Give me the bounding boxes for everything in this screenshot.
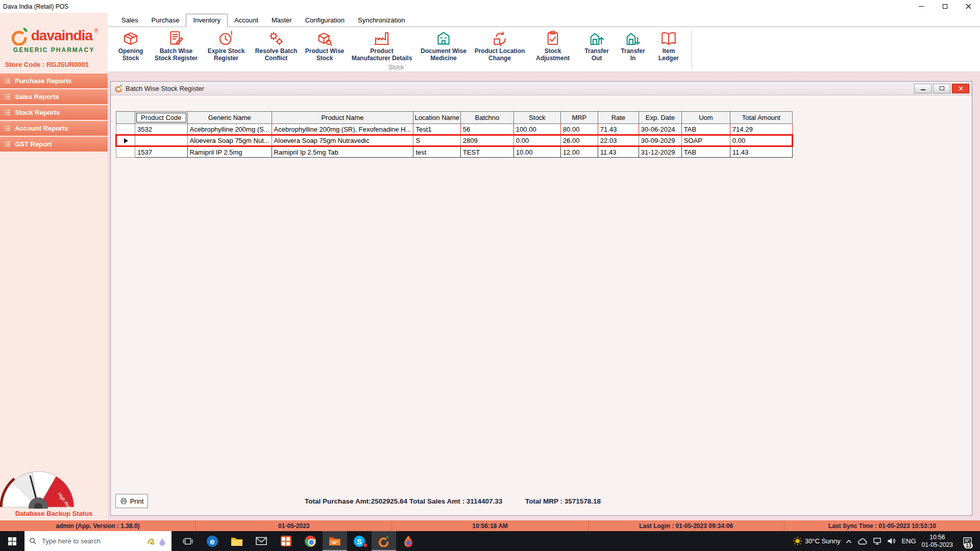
network-icon[interactable] — [873, 537, 881, 545]
folder-app-button[interactable] — [323, 531, 347, 551]
tab-inventory[interactable]: Inventory — [186, 14, 227, 27]
sidebar-item-purchase-reports[interactable]: Purchase Reports — [0, 73, 108, 88]
dava-pos-app-button[interactable] — [372, 531, 396, 551]
cell-exp-date[interactable]: 30-09-2029 — [639, 135, 681, 146]
taskbar-search[interactable] — [24, 531, 172, 551]
tab-master[interactable]: Master — [265, 14, 299, 26]
cell-product-name[interactable]: Acebrophylline 200mg (SR), Fexofenadine … — [272, 124, 413, 135]
language-indicator[interactable]: ENG — [901, 537, 916, 545]
cell-total-amount[interactable]: 11.43 — [730, 146, 792, 158]
weather-widget[interactable]: 30°C Sunny — [793, 537, 841, 545]
print-button[interactable]: Print — [115, 494, 148, 508]
cell-location-name[interactable]: S — [413, 135, 460, 146]
cell-product-code[interactable]: 53 — [135, 135, 188, 146]
cell-uom[interactable]: TAB — [681, 124, 730, 135]
sidebar-item-sales-reports[interactable]: Sales Reports — [0, 89, 108, 104]
sidebar-item-account-reports[interactable]: Account Reports — [0, 121, 108, 136]
cell-location-name[interactable]: test — [413, 146, 460, 158]
tab-sales[interactable]: Sales — [115, 14, 145, 26]
col-header-total-amount[interactable]: Total Amount — [730, 112, 792, 124]
file-explorer-button[interactable] — [225, 531, 249, 551]
chrome-button[interactable] — [298, 531, 323, 551]
stock-adjustment-button[interactable]: Stock Adjustment — [530, 30, 575, 64]
close-button[interactable] — [957, 0, 980, 13]
product-wise-stock-button[interactable]: Product Wise Stock — [304, 30, 346, 64]
opening-stock-button[interactable]: Opening Stock — [113, 30, 149, 64]
cell-batchno[interactable]: TEST — [460, 146, 513, 158]
cell-exp-date[interactable]: 31-12-2029 — [639, 146, 681, 158]
cell-rate[interactable]: 71.43 — [598, 124, 639, 135]
batch-wise-stock-register-button[interactable]: Batch Wise Stock Register — [154, 30, 199, 64]
tab-account[interactable]: Account — [228, 14, 265, 26]
cell-total-amount[interactable]: 714.29 — [730, 124, 792, 135]
mail-button[interactable] — [249, 531, 274, 551]
transfer-out-button[interactable]: Transfer Out — [580, 30, 613, 64]
cell-generic-name[interactable]: Ramipril IP 2.5mg — [187, 146, 272, 158]
col-header-generic-name[interactable]: Generic Name — [187, 112, 272, 124]
skype-button[interactable]: S — [347, 531, 372, 551]
cell-batchno[interactable]: 56 — [460, 124, 513, 135]
child-close-button[interactable] — [952, 84, 969, 93]
cell-uom[interactable]: SOAP — [681, 135, 730, 146]
product-manufacturer-details-button[interactable]: Product Manufacturer Details — [351, 30, 413, 64]
cell-rate[interactable]: 22.03 — [598, 135, 639, 146]
volume-icon[interactable] — [887, 537, 896, 545]
col-header-exp-date[interactable]: Exp. Date — [639, 112, 681, 124]
tab-configuration[interactable]: Configuration — [299, 14, 351, 26]
maximize-button[interactable] — [933, 0, 957, 13]
tab-synchronization[interactable]: Synchronization — [351, 14, 412, 26]
col-header-uom[interactable]: Uom — [681, 112, 730, 124]
cell-product-code[interactable]: 3532 — [135, 124, 188, 135]
cell-location-name[interactable]: Test1 — [413, 124, 460, 135]
child-minimize-button[interactable] — [914, 84, 932, 93]
orange-grid-app-button[interactable] — [274, 531, 298, 551]
row-selector[interactable] — [116, 124, 135, 135]
product-location-change-button[interactable]: Product Location Change — [474, 30, 525, 64]
minimize-button[interactable] — [910, 0, 933, 13]
start-button[interactable] — [0, 531, 24, 551]
cell-rate[interactable]: 11.43 — [598, 146, 639, 158]
cell-mrp[interactable]: 12.00 — [560, 146, 598, 158]
tab-purchase[interactable]: Purchase — [145, 14, 186, 26]
cell-generic-name[interactable]: Aloevera Soap 75gm Nut... — [187, 135, 272, 146]
cell-total-amount[interactable]: 0.00 — [730, 135, 792, 146]
cell-stock[interactable]: 100.00 — [513, 124, 560, 135]
cell-exp-date[interactable]: 30-06-2024 — [639, 124, 681, 135]
resolve-batch-conflict-button[interactable]: Resolve Batch Conflict — [254, 30, 299, 64]
cell-mrp[interactable]: 80.00 — [560, 124, 598, 135]
taskbar-clock[interactable]: 10:56 01-05-2023 — [922, 534, 953, 549]
cell-product-name[interactable]: Aloevera Soap 75gm Nutravedic — [272, 135, 413, 146]
cell-stock[interactable]: 10.00 — [513, 146, 560, 158]
col-header-mrp[interactable]: MRP — [560, 112, 598, 124]
cell-batchno[interactable]: 2809 — [460, 135, 513, 146]
edge-browser-button[interactable]: e — [200, 531, 225, 551]
col-header-batchno[interactable]: Batchno — [460, 112, 513, 124]
transfer-in-button[interactable]: Transfer In — [618, 30, 648, 64]
table-row-selected[interactable]: 53 Aloevera Soap 75gm Nut... Aloevera So… — [116, 135, 793, 146]
child-window-titlebar[interactable]: Batch Wise Stock Register — [111, 82, 972, 95]
cell-uom[interactable]: TAB — [681, 146, 730, 158]
action-center-button[interactable]: 13 — [959, 531, 976, 551]
child-maximize-button[interactable] — [933, 84, 950, 93]
row-selector[interactable] — [116, 135, 135, 146]
expire-stock-register-button[interactable]: Expire Stock Register — [204, 30, 249, 64]
cell-generic-name[interactable]: Acebrophylline 200mg (S... — [187, 124, 272, 135]
cell-product-code[interactable]: 1537 — [135, 146, 188, 158]
row-selector[interactable] — [116, 146, 135, 158]
col-header-rate[interactable]: Rate — [598, 112, 639, 124]
onedrive-cloud-icon[interactable] — [857, 538, 867, 545]
col-header-product-code[interactable]: Product Code — [135, 112, 188, 124]
col-header-stock[interactable]: Stock — [513, 112, 560, 124]
cell-mrp[interactable]: 26.00 — [560, 135, 598, 146]
table-row[interactable]: 1537 Ramipril IP 2.5mg Ramipril Ip 2.5mg… — [116, 146, 793, 158]
col-header-location-name[interactable]: Location Name — [413, 112, 460, 124]
task-view-button[interactable] — [176, 531, 200, 551]
item-ledger-button[interactable]: Item Ledger — [653, 30, 684, 64]
col-header-product-name[interactable]: Product Name — [272, 112, 413, 124]
cell-product-name[interactable]: Ramipril Ip 2.5mg Tab — [272, 146, 413, 158]
cell-stock[interactable]: 0.00 — [513, 135, 560, 146]
table-row[interactable]: 3532 Acebrophylline 200mg (S... Acebroph… — [116, 124, 793, 135]
drop-app-button[interactable] — [396, 531, 421, 551]
sidebar-item-gst-report[interactable]: GST Report — [0, 137, 108, 152]
search-input[interactable] — [41, 537, 142, 545]
